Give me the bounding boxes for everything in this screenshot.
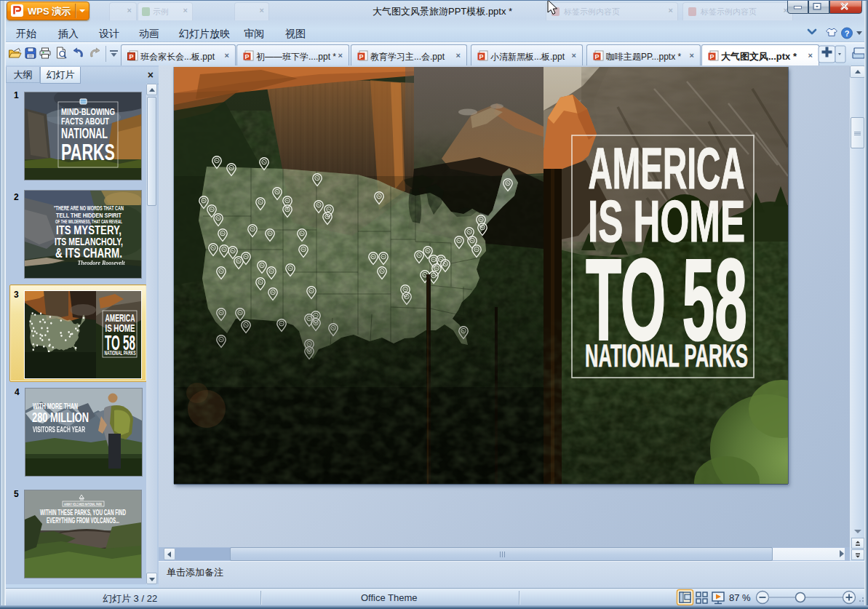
svg-text:NATIONAL PARKS: NATIONAL PARKS	[585, 338, 748, 374]
svg-text:& ITS CHARM.: & ITS CHARM.	[55, 246, 122, 260]
svg-text:NATIONAL: NATIONAL	[61, 125, 108, 141]
svg-text:P: P	[479, 53, 483, 60]
svg-text:P: P	[594, 53, 599, 60]
svg-text:NATIONAL PARKS: NATIONAL PARKS	[105, 349, 136, 357]
svg-text:HAWAI'I VOLCANOS NATIONAL PARK: HAWAI'I VOLCANOS NATIONAL PARK	[64, 502, 102, 506]
svg-text:VISITORS EACH YEAR: VISITORS EACH YEAR	[33, 425, 85, 434]
svg-text:TELL THE HIDDEN SPIRIT: TELL THE HIDDEN SPIRIT	[56, 211, 122, 219]
svg-text:PARKS: PARKS	[61, 140, 115, 165]
svg-text:Theodore Roosevelt: Theodore Roosevelt	[77, 260, 125, 266]
svg-text:P: P	[129, 53, 133, 60]
svg-text:EVERYTHING FROM VOLCANOS...: EVERYTHING FROM VOLCANOS...	[47, 516, 119, 525]
svg-text:P: P	[709, 53, 714, 60]
svg-text:P: P	[359, 53, 363, 60]
svg-text:280 MILLION: 280 MILLION	[32, 410, 89, 425]
svg-text:P: P	[244, 53, 249, 60]
